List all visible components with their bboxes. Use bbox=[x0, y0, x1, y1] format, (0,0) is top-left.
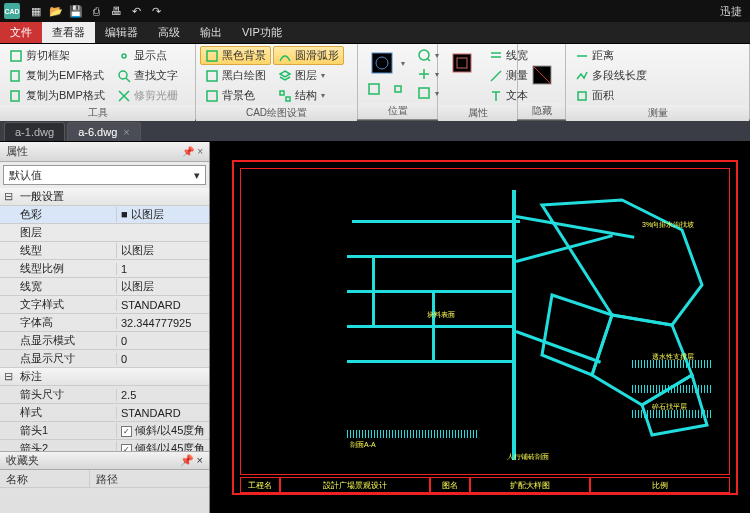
group-hide-label: 隐藏 bbox=[518, 103, 565, 119]
svg-line-5 bbox=[126, 78, 130, 82]
layer-button[interactable]: 图层▾ bbox=[273, 66, 344, 85]
annotation: 人行铺砖剖面 bbox=[507, 452, 549, 462]
ribbon: 剪切框架 复制为EMF格式 复制为BMP格式 显示点 查找文字 修剪光栅 工具 … bbox=[0, 44, 750, 120]
properties-panel: 属性📌 × 默认值▾ ⊟一般设置 色彩■ 以图层 图层 线型以图层 线型比例1 … bbox=[0, 142, 210, 513]
svg-rect-1 bbox=[11, 71, 19, 81]
titlebar: CAD ▦ 📂 💾 ⎙ 🖶 ↶ ↷ 迅捷 bbox=[0, 0, 750, 22]
workspace: 属性📌 × 默认值▾ ⊟一般设置 色彩■ 以图层 图层 线型以图层 线型比例1 … bbox=[0, 142, 750, 513]
group-general[interactable]: ⊟一般设置 bbox=[0, 188, 209, 206]
copy-emf-button[interactable]: 复制为EMF格式 bbox=[4, 66, 110, 85]
favorites-header: 收藏夹📌 × bbox=[0, 452, 209, 470]
area-button[interactable]: 面积 bbox=[570, 86, 652, 105]
annotation: 透水性支撑层 bbox=[652, 352, 694, 362]
group-pos-label: 位置 bbox=[358, 103, 437, 119]
annotation: 3%向排水沟找坡 bbox=[642, 220, 694, 230]
saveall-icon[interactable]: ⎙ bbox=[87, 2, 105, 20]
smooth-arc-button[interactable]: 圆滑弧形 bbox=[273, 46, 344, 65]
menu-output[interactable]: 输出 bbox=[190, 22, 232, 43]
svg-point-12 bbox=[376, 57, 388, 69]
attr-main-button[interactable] bbox=[442, 46, 482, 80]
prop-layer[interactable]: 图层 bbox=[0, 224, 209, 242]
pos-tool-3[interactable] bbox=[386, 80, 410, 98]
prop-linetype[interactable]: 线型以图层 bbox=[0, 242, 209, 260]
struct-button[interactable]: 结构▾ bbox=[273, 86, 344, 105]
copy-bmp-button[interactable]: 复制为BMP格式 bbox=[4, 86, 110, 105]
prop-lineweight[interactable]: 线宽以图层 bbox=[0, 278, 209, 296]
svg-line-16 bbox=[427, 58, 430, 61]
redo-icon[interactable]: ↷ bbox=[147, 2, 165, 20]
title-block: 工程名 設計广場景观设计 图名 扩配大样图 比例 bbox=[240, 477, 730, 493]
group-meas-label: 测量 bbox=[566, 105, 749, 121]
pin-icon[interactable]: 📌 × bbox=[182, 146, 203, 157]
svg-rect-0 bbox=[11, 51, 21, 61]
svg-rect-13 bbox=[369, 84, 379, 94]
polyline-len-button[interactable]: 多段线长度 bbox=[570, 66, 652, 85]
undo-icon[interactable]: ↶ bbox=[127, 2, 145, 20]
svg-rect-19 bbox=[457, 58, 467, 68]
group-cad-label: CAD绘图设置 bbox=[196, 105, 357, 121]
black-bg-button[interactable]: 黑色背景 bbox=[200, 46, 271, 65]
menu-file[interactable]: 文件 bbox=[0, 22, 42, 43]
pos-tool-1[interactable]: ▾ bbox=[362, 46, 410, 80]
find-text-button[interactable]: 查找文字 bbox=[112, 66, 183, 85]
prop-ltscale[interactable]: 线型比例1 bbox=[0, 260, 209, 278]
print-icon[interactable]: 🖶 bbox=[107, 2, 125, 20]
favorites-panel: 收藏夹📌 × 名称路径 bbox=[0, 451, 209, 513]
show-point-button[interactable]: 显示点 bbox=[112, 46, 183, 65]
svg-rect-25 bbox=[578, 92, 586, 100]
properties-list[interactable]: ⊟一般设置 色彩■ 以图层 图层 线型以图层 线型比例1 线宽以图层 文字样式S… bbox=[0, 188, 209, 451]
group-dimension[interactable]: ⊟标注 bbox=[0, 368, 209, 386]
svg-point-4 bbox=[119, 71, 127, 79]
svg-rect-6 bbox=[207, 51, 217, 61]
group-tools-label: 工具 bbox=[0, 105, 195, 121]
prop-textstyle[interactable]: 文字样式STANDARD bbox=[0, 296, 209, 314]
hide-button[interactable] bbox=[522, 46, 562, 103]
menu-advanced[interactable]: 高级 bbox=[148, 22, 190, 43]
open-icon[interactable]: 📂 bbox=[47, 2, 65, 20]
svg-rect-8 bbox=[207, 91, 217, 101]
prop-textheight[interactable]: 字体高32.344777925 bbox=[0, 314, 209, 332]
favorites-columns: 名称路径 bbox=[0, 470, 209, 488]
document-tabs: a-1.dwg a-6.dwg× bbox=[0, 120, 750, 142]
fav-pin-icon[interactable]: 📌 × bbox=[180, 454, 203, 467]
prop-arrow2[interactable]: 箭头2✓倾斜/以45度角 bbox=[0, 440, 209, 451]
svg-rect-9 bbox=[280, 91, 284, 95]
menubar: 文件 查看器 编辑器 高级 输出 VIP功能 bbox=[0, 22, 750, 44]
svg-rect-7 bbox=[207, 71, 217, 81]
menu-vip[interactable]: VIP功能 bbox=[232, 22, 292, 43]
cut-frame-button[interactable]: 剪切框架 bbox=[4, 46, 110, 65]
prop-arrowsize[interactable]: 箭头尺寸2.5 bbox=[0, 386, 209, 404]
menu-viewer[interactable]: 查看器 bbox=[42, 22, 95, 43]
prop-arrow1[interactable]: 箭头1✓倾斜/以45度角 bbox=[0, 422, 209, 440]
bw-draw-button[interactable]: 黑白绘图 bbox=[200, 66, 271, 85]
svg-rect-17 bbox=[419, 88, 429, 98]
close-tab-icon[interactable]: × bbox=[123, 126, 129, 138]
group-attr-label: 属性 bbox=[438, 105, 517, 121]
prop-color[interactable]: 色彩■ 以图层 bbox=[0, 206, 209, 224]
default-combo[interactable]: 默认值▾ bbox=[3, 165, 206, 185]
new-icon[interactable]: ▦ bbox=[27, 2, 45, 20]
distance-button[interactable]: 距离 bbox=[570, 46, 652, 65]
bg-color-button[interactable]: 背景色 bbox=[200, 86, 271, 105]
pos-tool-2[interactable] bbox=[362, 80, 386, 98]
properties-header: 属性📌 × bbox=[0, 142, 209, 162]
save-icon[interactable]: 💾 bbox=[67, 2, 85, 20]
prop-style[interactable]: 样式STANDARD bbox=[0, 404, 209, 422]
annotation: 碎石找平层 bbox=[652, 402, 687, 412]
app-logo: CAD bbox=[4, 3, 20, 19]
svg-rect-2 bbox=[11, 91, 19, 101]
svg-rect-14 bbox=[395, 86, 401, 92]
menu-editor[interactable]: 编辑器 bbox=[95, 22, 148, 43]
trim-raster-button[interactable]: 修剪光栅 bbox=[112, 86, 183, 105]
tab-a6[interactable]: a-6.dwg× bbox=[67, 122, 141, 141]
tab-a1[interactable]: a-1.dwg bbox=[4, 122, 65, 141]
svg-rect-10 bbox=[286, 97, 290, 101]
svg-point-3 bbox=[122, 54, 126, 58]
window-title: 迅捷 bbox=[720, 4, 746, 19]
prop-pointsize[interactable]: 点显示尺寸0 bbox=[0, 350, 209, 368]
annotation: 剖面A-A bbox=[350, 440, 376, 450]
drawing-canvas[interactable]: 剖面A-A 人行铺砖剖面 块料表面 3%向排水沟找坡 透水性支撑层 碎石找平层 … bbox=[210, 142, 750, 513]
annotation: 块料表面 bbox=[427, 310, 455, 320]
prop-pointmode[interactable]: 点显示模式0 bbox=[0, 332, 209, 350]
